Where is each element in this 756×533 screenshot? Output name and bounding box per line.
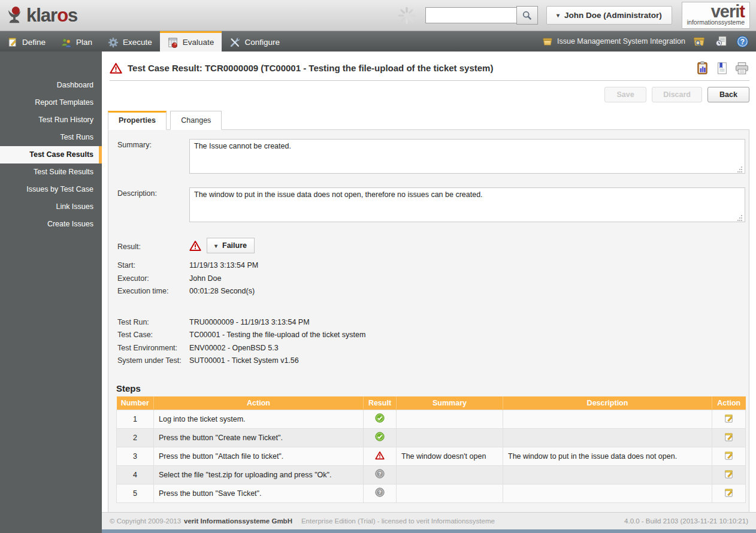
user-menu-label: John Doe (Administrator)	[564, 11, 662, 20]
tab-define[interactable]: Define	[0, 31, 53, 52]
search-button[interactable]	[516, 6, 538, 25]
step-description	[503, 428, 712, 447]
sidebar-item-test-case-results[interactable]: Test Case Results	[0, 146, 102, 163]
copyright-text: © Copyright 2009-2013	[110, 517, 181, 525]
executor-value: John Doe	[189, 272, 222, 286]
notepad-pencil-icon	[8, 37, 18, 47]
help-icon: ?	[736, 35, 749, 48]
step-action: Press the button "Save Ticket".	[154, 484, 364, 502]
tab-evaluate[interactable]: Evaluate	[160, 31, 222, 52]
sidebar-item-test-runs[interactable]: Test Runs	[0, 129, 102, 146]
start-label: Start:	[117, 259, 189, 272]
sidebar-nav: Dashboard Report Templates Test Run Hist…	[0, 52, 102, 533]
clock-document-icon	[714, 35, 727, 47]
document-bookmark-icon[interactable]	[715, 60, 728, 75]
test-case-value: TC00001 - Testing the file-upload of the…	[189, 329, 365, 342]
unknown-icon: ?	[375, 469, 385, 479]
tab-plan[interactable]: Plan	[53, 31, 100, 52]
back-button[interactable]: Back	[707, 87, 749, 102]
edit-step-icon[interactable]	[724, 432, 734, 444]
tools-icon	[229, 37, 240, 48]
klaros-app: klaros	[0, 0, 756, 533]
page-title: Test Case Result: TCR0000009 (TC00001 - …	[128, 63, 493, 73]
history-button[interactable]	[713, 34, 728, 49]
steps-heading: Steps	[116, 383, 749, 393]
app-header: klaros	[0, 0, 756, 31]
result-dropdown-button[interactable]: ▾ Failure	[207, 238, 255, 253]
col-result: Result	[364, 396, 397, 410]
description-textarea[interactable]: The window to put in the issue data does…	[189, 187, 745, 222]
help-button[interactable]: ?	[734, 34, 750, 49]
step-summary: The window doesn't open	[397, 447, 503, 465]
sidebar-item-test-suite-results[interactable]: Test Suite Results	[0, 163, 102, 181]
sidebar-item-create-issues[interactable]: Create Issues	[0, 216, 102, 233]
sidebar-item-issues-by-test-case[interactable]: Issues by Test Case	[0, 181, 102, 198]
project-label: Issue Management System Integration	[557, 37, 685, 46]
klaros-mark-icon	[6, 5, 23, 26]
save-button[interactable]: Save	[604, 87, 646, 102]
failure-warning-icon	[189, 240, 201, 252]
resize-grip-icon	[737, 166, 743, 172]
table-row: 4 Select the file "test.zip for uploadin…	[117, 465, 746, 484]
step-action: Press the button "Create new Ticket".	[154, 428, 364, 447]
verit-logo: verit informationssysteme	[682, 2, 750, 29]
step-description: The window to put in the issue data does…	[503, 447, 712, 465]
discard-button[interactable]: Discard	[652, 87, 702, 102]
tab-changes[interactable]: Changes	[170, 111, 222, 130]
report-clipboard-icon[interactable]	[695, 60, 709, 75]
sidebar-item-link-issues[interactable]: Link Issues	[0, 198, 102, 216]
title-divider	[110, 80, 749, 81]
step-number: 2	[117, 428, 154, 447]
step-action: Press the button "Attach file to ticket"…	[154, 447, 364, 465]
browse-projects-button[interactable]	[691, 34, 707, 49]
col-summary: Summary	[397, 396, 503, 410]
step-number: 3	[117, 447, 154, 465]
tab-configure[interactable]: Configure	[222, 31, 288, 52]
project-selector[interactable]: Issue Management System Integration	[542, 37, 685, 46]
search-box	[425, 6, 538, 25]
col-action2: Action	[712, 396, 746, 410]
step-action: Select the file "test.zip for uploading …	[154, 465, 364, 484]
system-under-test-value: SUT00001 - Ticket System v1.56	[189, 355, 299, 368]
col-description: Description	[503, 396, 712, 410]
print-icon[interactable]	[734, 61, 749, 75]
search-input[interactable]	[425, 7, 516, 23]
edit-step-icon[interactable]	[724, 413, 734, 425]
main-menubar: Define Plan	[0, 31, 756, 52]
box-search-icon	[693, 35, 706, 47]
gear-icon	[108, 37, 119, 48]
sidebar-item-test-run-history[interactable]: Test Run History	[0, 111, 102, 129]
tab-execute[interactable]: Execute	[100, 31, 160, 52]
sidebar-item-report-templates[interactable]: Report Templates	[0, 94, 102, 111]
bottom-strip	[102, 529, 756, 533]
sidebar-item-dashboard[interactable]: Dashboard	[0, 77, 102, 94]
step-number: 4	[117, 465, 154, 484]
steps-header-row: Number Action Result Summary Description…	[117, 396, 746, 410]
edit-step-icon[interactable]	[724, 469, 734, 481]
table-row: 5 Press the button "Save Ticket". ?	[117, 484, 746, 502]
chevron-down-icon: ▾	[214, 243, 217, 249]
license-text: Enterprise Edition (Trial) - licensed to…	[301, 517, 495, 525]
result-label: Result:	[117, 241, 189, 251]
description-label: Description:	[117, 187, 189, 225]
test-environment-label: Test Environment:	[117, 342, 189, 355]
table-row: 1 Log into the ticket system.	[117, 410, 746, 428]
user-menu-button[interactable]: ▾ John Doe (Administrator)	[546, 6, 672, 25]
svg-text:?: ?	[378, 489, 381, 495]
step-action: Log into the ticket system.	[154, 410, 364, 428]
edit-step-icon[interactable]	[724, 450, 734, 462]
test-case-label: Test Case:	[117, 329, 189, 342]
step-description	[503, 410, 712, 428]
unknown-icon: ?	[375, 487, 385, 497]
properties-panel: Summary: The Issue cannot be created. De…	[108, 129, 749, 512]
step-summary	[397, 428, 503, 447]
step-number: 5	[117, 484, 154, 502]
summary-textarea[interactable]: The Issue cannot be created.	[189, 139, 745, 174]
step-summary	[397, 465, 503, 484]
step-description	[503, 484, 712, 502]
loading-spinner-icon	[397, 5, 417, 26]
passed-icon	[375, 432, 385, 441]
edit-step-icon[interactable]	[724, 487, 734, 499]
test-run-value: TRU0000009 - 11/19/13 3:13:54 PM	[189, 316, 310, 329]
tab-properties[interactable]: Properties	[108, 111, 167, 130]
